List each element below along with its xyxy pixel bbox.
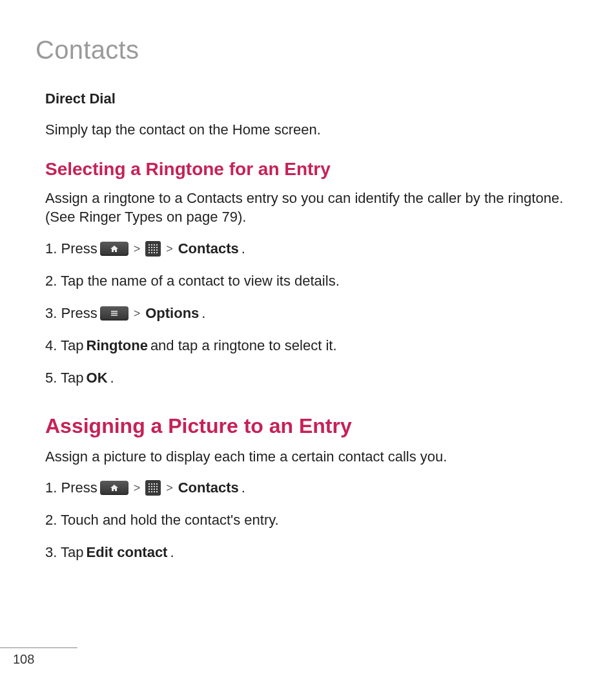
svg-rect-15 [156, 252, 158, 253]
svg-rect-16 [111, 311, 118, 312]
svg-rect-19 [149, 483, 150, 485]
svg-rect-30 [156, 489, 158, 490]
direct-dial-heading: Direct Dial [45, 90, 577, 107]
ringtone-step-1: 1. Press > > Contacts. [45, 238, 577, 259]
svg-rect-32 [151, 491, 152, 492]
page-footer: 108 [0, 647, 77, 667]
home-button-icon [100, 242, 128, 256]
svg-rect-3 [156, 244, 158, 246]
step-text: . [241, 238, 245, 259]
svg-rect-8 [149, 249, 150, 251]
page-title: Contacts [36, 36, 577, 65]
svg-rect-24 [151, 486, 152, 487]
picture-heading: Assigning a Picture to an Entry [45, 414, 577, 438]
step-text: 1. Press [45, 238, 98, 259]
svg-rect-0 [149, 244, 150, 246]
svg-rect-22 [156, 483, 158, 485]
picture-step-3: 3. Tap Edit contact. [45, 542, 577, 563]
svg-rect-31 [149, 491, 150, 492]
step-text: 2. Tap the name of a contact to view its… [45, 271, 340, 291]
svg-rect-20 [151, 483, 152, 485]
ringtone-step-5: 5. Tap OK. [45, 368, 577, 388]
picture-step-2: 2. Touch and hold the contact's entry. [45, 510, 577, 531]
step-bold: Contacts [178, 478, 239, 498]
step-text: 5. Tap [45, 368, 84, 388]
apps-grid-icon [145, 241, 161, 257]
direct-dial-body: Simply tap the contact on the Home scree… [45, 120, 577, 140]
chevron-icon: > [131, 305, 143, 322]
svg-rect-33 [154, 491, 155, 492]
step-bold: Contacts [178, 238, 239, 259]
step-text: . [170, 542, 174, 563]
page-number: 108 [13, 652, 77, 667]
svg-rect-12 [149, 252, 150, 253]
step-bold: Ringtone [87, 335, 148, 356]
svg-rect-21 [154, 483, 155, 485]
ringtone-step-2: 2. Tap the name of a contact to view its… [45, 271, 577, 291]
svg-rect-5 [151, 247, 152, 248]
ringtone-heading: Selecting a Ringtone for an Entry [45, 159, 577, 180]
chevron-icon: > [131, 240, 143, 257]
chevron-icon: > [163, 479, 176, 496]
svg-rect-17 [111, 313, 118, 314]
step-bold: OK [87, 368, 108, 388]
svg-rect-7 [156, 247, 158, 248]
ringtone-step-4: 4. Tap Ringtone and tap a ringtone to se… [45, 335, 577, 356]
step-text: and tap a ringtone to select it. [150, 335, 337, 356]
step-text: 1. Press [45, 478, 98, 498]
svg-rect-18 [111, 315, 118, 316]
picture-intro: Assign a picture to display each time a … [45, 447, 577, 467]
svg-rect-23 [149, 486, 150, 487]
svg-rect-1 [151, 244, 152, 246]
svg-rect-9 [151, 249, 152, 251]
ringtone-step-3: 3. Press > Options. [45, 303, 577, 324]
step-text: 3. Tap [45, 542, 84, 563]
svg-rect-29 [154, 489, 155, 490]
chevron-icon: > [131, 479, 143, 496]
svg-rect-27 [149, 489, 150, 490]
home-button-icon [100, 481, 128, 495]
step-text: . [201, 303, 205, 324]
svg-rect-26 [156, 486, 158, 487]
step-text: . [110, 368, 114, 388]
step-bold: Options [145, 303, 199, 324]
svg-rect-14 [154, 252, 155, 253]
svg-rect-10 [154, 249, 155, 251]
step-bold: Edit contact [87, 542, 168, 563]
step-text: 4. Tap [45, 335, 84, 356]
svg-rect-34 [156, 491, 158, 492]
manual-page: Contacts Direct Dial Simply tap the cont… [0, 0, 616, 694]
svg-rect-25 [154, 486, 155, 487]
menu-button-icon [100, 306, 128, 321]
step-text: 3. Press [45, 303, 98, 324]
svg-rect-11 [156, 249, 158, 251]
svg-rect-2 [154, 244, 155, 246]
apps-grid-icon [145, 480, 161, 496]
svg-rect-6 [154, 247, 155, 248]
step-text: . [241, 478, 245, 498]
svg-rect-13 [151, 252, 152, 253]
svg-rect-4 [149, 247, 150, 248]
svg-rect-28 [151, 489, 152, 490]
chevron-icon: > [163, 240, 176, 257]
ringtone-intro: Assign a ringtone to a Contacts entry so… [45, 189, 577, 227]
step-text: 2. Touch and hold the contact's entry. [45, 510, 279, 531]
picture-step-1: 1. Press > > Contacts. [45, 478, 577, 498]
